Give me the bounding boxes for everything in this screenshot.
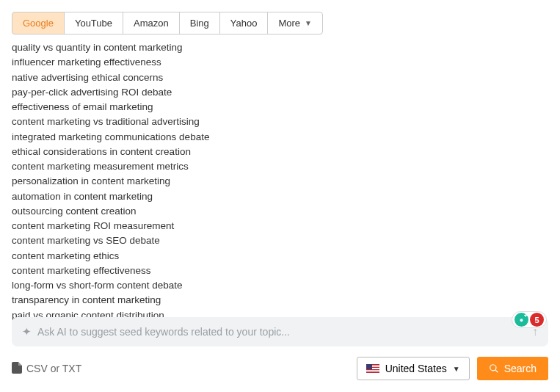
keyword-item: content marketing vs traditional adverti…: [12, 115, 560, 129]
search-icon: [489, 363, 499, 374]
country-label: United States: [385, 363, 447, 374]
tab-label: Google: [23, 18, 54, 29]
chevron-down-icon: ▼: [305, 19, 312, 27]
tab-label: Bing: [190, 18, 209, 29]
keyword-item: personalization in content marketing: [12, 174, 560, 189]
count-badge[interactable]: 5: [530, 313, 544, 327]
tab-label: Yahoo: [230, 18, 258, 29]
upload-label: CSV or TXT: [26, 363, 81, 374]
search-label: Search: [504, 363, 537, 374]
tab-label: More: [278, 18, 300, 29]
keyword-item: transparency in content marketing: [12, 293, 560, 308]
tab-more[interactable]: More▼: [267, 12, 323, 35]
tab-label: Amazon: [134, 18, 169, 29]
keyword-item: automation in content marketing: [12, 189, 560, 204]
prompt-placeholder: Ask AI to suggest seed keywords related …: [37, 326, 290, 338]
keyword-item: content marketing effectiveness: [12, 264, 560, 278]
keyword-item: long-form vs short-form content debate: [12, 278, 560, 293]
file-icon: [12, 362, 22, 376]
tab-google[interactable]: Google: [12, 12, 65, 35]
keyword-item: content marketing ROI measurement: [12, 219, 560, 233]
keyword-list[interactable]: quality vs quantity in content marketing…: [12, 40, 560, 338]
keyword-item: content marketing measurement metrics: [12, 159, 560, 174]
tab-youtube[interactable]: YouTube: [64, 12, 123, 35]
add-badge-icon[interactable]: [514, 313, 528, 327]
keyword-item: content marketing vs SEO debate: [12, 233, 560, 248]
ai-prompt-input[interactable]: ✦ Ask AI to suggest seed keywords relate…: [12, 317, 548, 346]
tab-label: YouTube: [75, 18, 112, 29]
country-selector[interactable]: United States ▼: [357, 357, 470, 380]
chevron-down-icon: ▼: [453, 365, 460, 373]
keyword-item: integrated marketing communications deba…: [12, 130, 560, 145]
search-button[interactable]: Search: [477, 357, 548, 380]
search-engine-tabs: Google YouTube Amazon Bing Yahoo More▼: [12, 12, 560, 35]
keyword-item: outsourcing content creation: [12, 204, 560, 219]
keyword-item: influencer marketing effectiveness: [12, 55, 560, 70]
keyword-item: pay-per-click advertising ROI debate: [12, 85, 560, 100]
keyword-item: content marketing ethics: [12, 249, 560, 264]
keyword-item: ethical considerations in content creati…: [12, 145, 560, 159]
tab-amazon[interactable]: Amazon: [123, 12, 180, 35]
keyword-item: effectiveness of email marketing: [12, 100, 560, 115]
keyword-item: quality vs quantity in content marketing: [12, 40, 560, 55]
floating-badges[interactable]: 5: [512, 311, 547, 328]
flag-us-icon: [366, 364, 379, 373]
sparkle-icon: ✦: [22, 325, 32, 338]
tab-bing[interactable]: Bing: [179, 12, 220, 35]
upload-file-button[interactable]: CSV or TXT: [12, 362, 81, 376]
bottom-bar: CSV or TXT United States ▼ Search: [12, 357, 548, 380]
tab-yahoo[interactable]: Yahoo: [219, 12, 269, 35]
keyword-item: native advertising ethical concerns: [12, 70, 560, 85]
